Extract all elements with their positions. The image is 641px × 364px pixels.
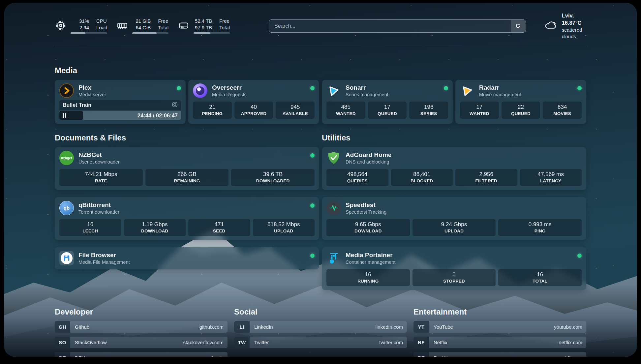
status-online-dot — [577, 86, 582, 90]
stat-box: 9.65 GbpsDOWNLOAD — [326, 219, 410, 236]
stat-box: 1.19 GbpsDOWNLOAD — [124, 219, 186, 236]
system-metrics: 31% 2.94 CPU Load — [55, 18, 230, 34]
stat-box: 9.24 GbpsUPLOAD — [412, 219, 496, 236]
ram-total-value: 64 GiB — [132, 24, 151, 31]
stat-box: 498,564QUERIES — [326, 169, 388, 186]
status-online-dot — [444, 86, 448, 90]
link-badge: DT — [55, 352, 70, 357]
dashboard-window: 31% 2.94 CPU Load — [4, 3, 637, 357]
app-subtitle: Media Requests — [212, 92, 247, 98]
stat-box: 485WANTED — [326, 102, 365, 119]
cpu-label-bottom: Load — [96, 24, 107, 31]
link-badge: LI — [234, 321, 250, 333]
app-card-speedtest[interactable]: Speedtest Speedtest Tracking 9.65 GbpsDO… — [322, 197, 586, 240]
section-title-developer: Developer — [55, 307, 228, 317]
section-title-entertainment: Entertainment — [413, 307, 586, 317]
app-name: File Browser — [78, 251, 130, 259]
ram-label-top: Free — [158, 18, 168, 24]
app-card-sonarr[interactable]: Sonarr Series management 485WANTED 17QUE… — [322, 80, 453, 124]
ram-label-bottom: Total — [158, 24, 168, 31]
stat-box: 618.52 MbpsUPLOAD — [253, 219, 315, 236]
media-type-icon — [172, 102, 178, 109]
section-title-social: Social — [234, 307, 407, 317]
disk-progress-bar — [194, 32, 230, 34]
link-netflix[interactable]: NF Netflix netflix.com — [413, 337, 586, 348]
cloud-icon — [544, 18, 558, 34]
status-online-dot — [177, 86, 181, 90]
cpu-load-value: 2.94 — [71, 24, 89, 31]
app-subtitle: Torrent downloader — [78, 209, 119, 215]
status-online-dot — [577, 254, 582, 258]
link-dev[interactable]: DT DEV dev.to — [55, 352, 228, 357]
app-card-overseerr[interactable]: Overseerr Media Requests 21PENDING 40APP… — [188, 80, 319, 124]
section-title-media: Media — [55, 66, 586, 75]
cpu-usage-value: 31% — [71, 18, 89, 24]
stat-box: 16RUNNING — [326, 269, 410, 286]
app-name: NZBGet — [78, 151, 120, 159]
cpu-metric: 31% 2.94 CPU Load — [55, 18, 107, 34]
app-card-adguard[interactable]: AdGuard Home DNS and adblocking 498,564Q… — [322, 147, 586, 190]
link-stackoverflow[interactable]: SO StackOverflow stackoverflow.com — [55, 337, 228, 348]
app-card-nzbget[interactable]: nzbget NZBGet Usenet downloader 744.21 M… — [55, 147, 319, 190]
weather-condition: scattered clouds — [562, 27, 586, 40]
app-name: AdGuard Home — [346, 151, 391, 159]
stat-box: 21PENDING — [193, 102, 232, 119]
link-linkedin[interactable]: LI LinkedIn linkedin.com — [234, 321, 407, 333]
stat-box: 17QUEUED — [368, 102, 407, 119]
search-input[interactable] — [269, 19, 526, 33]
stat-box: 16LEECH — [59, 219, 121, 236]
stat-box: 16TOTAL — [498, 269, 582, 286]
app-subtitle: Speedtest Tracking — [346, 209, 386, 215]
link-reddit[interactable]: RE Reddit reddit.com — [413, 352, 586, 357]
now-playing-row: Bullet Train — [59, 100, 181, 110]
stat-box: 22QUEUED — [502, 102, 540, 119]
app-subtitle: Series management — [346, 92, 388, 98]
app-subtitle: Media File Management — [78, 259, 130, 265]
top-bar: 31% 2.94 CPU Load — [55, 3, 586, 40]
link-badge: GH — [55, 321, 70, 333]
app-card-qbittorrent[interactable]: qb qBittorrent Torrent downloader 16LEEC… — [55, 197, 319, 240]
app-card-portainer[interactable]: Media Portainer Container management 16R… — [322, 247, 586, 290]
app-card-radarr[interactable]: Radarr Movie management 17WANTED 22QUEUE… — [455, 80, 586, 124]
link-badge: SO — [55, 337, 70, 348]
link-badge: NF — [413, 337, 429, 348]
disk-label-bottom: Total — [219, 24, 230, 31]
header-divider — [55, 46, 586, 46]
stat-box: 744.21 MbpsRATE — [59, 169, 143, 186]
app-subtitle: Usenet downloader — [78, 159, 120, 165]
pause-button[interactable] — [63, 113, 67, 118]
stat-box: 47.569 msLATENCY — [520, 169, 582, 186]
stat-box: 2,956FILTERED — [455, 169, 517, 186]
section-title-utilities: Utilities — [322, 133, 586, 142]
ram-icon — [116, 19, 128, 33]
search-engine-button[interactable]: G — [511, 20, 525, 32]
app-card-filebrowser[interactable]: File Browser Media File Management — [55, 247, 319, 269]
link-twitter[interactable]: TW Twitter twitter.com — [234, 337, 407, 348]
plex-icon — [59, 83, 74, 98]
link-github[interactable]: GH Github github.com — [55, 321, 228, 333]
cpu-icon — [55, 19, 67, 33]
app-subtitle: DNS and adblocking — [346, 159, 391, 165]
adguard-icon — [326, 151, 341, 165]
now-playing-title: Bullet Train — [63, 102, 169, 108]
status-online-dot — [310, 153, 315, 158]
sonarr-icon — [326, 83, 341, 98]
cpu-progress-bar — [71, 32, 107, 34]
ram-metric: 21 GiB 64 GiB Free Total — [116, 18, 168, 34]
app-subtitle: Container management — [346, 259, 396, 265]
stat-box: 834MOVIES — [543, 102, 582, 119]
app-name: Sonarr — [346, 84, 388, 92]
weather-location-temp: Lviv, 16.87°C — [562, 12, 586, 27]
nzbget-icon: nzbget — [59, 151, 74, 165]
app-name: Speedtest — [346, 201, 386, 209]
link-youtube[interactable]: YT YouTube youtube.com — [413, 321, 586, 333]
weather-widget: Lviv, 16.87°C scattered clouds — [544, 12, 586, 40]
stat-box: 945AVAILABLE — [276, 102, 315, 119]
overseerr-icon — [193, 83, 207, 98]
app-name: Plex — [78, 84, 106, 92]
app-name: Radarr — [479, 84, 521, 92]
link-badge: RE — [413, 352, 429, 357]
app-card-plex[interactable]: Plex Media server Bullet Train — [55, 80, 186, 124]
app-name: Overseerr — [212, 84, 247, 92]
link-badge: TW — [234, 337, 250, 348]
